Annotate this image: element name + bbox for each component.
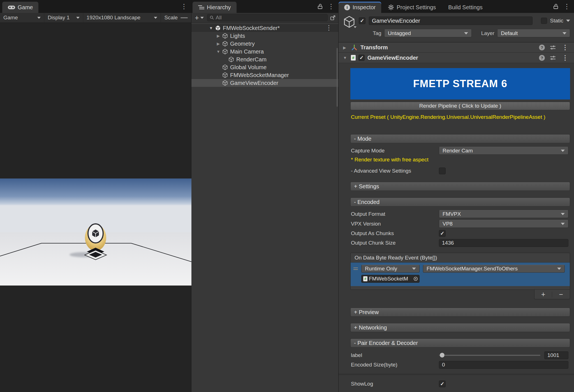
gameviewencoder-component-header[interactable]: ▼ # ✓ GameViewEncoder ? ⋮: [339, 53, 574, 63]
game-toolbar: Game Display 1 1920x1080 Landscape Scale: [0, 13, 191, 23]
event-target-object-field[interactable]: # FMWebSocketM: [361, 275, 420, 283]
vpx-version-row: VPX Version VP8: [339, 220, 574, 228]
event-function-dropdown[interactable]: FMWebSocketManager.SendToOthers: [423, 265, 565, 273]
on-data-byte-ready-event-box: On Data Byte Ready Event (Byte[]) Runtim…: [350, 253, 570, 290]
hierarchy-item-fmwebsocketmanager[interactable]: FMWebSocketManager: [191, 71, 338, 79]
hierarchy-item-main-camera[interactable]: ▼ Main Camera: [191, 48, 338, 55]
output-chunk-size-row: Output Chunk Size 1436: [339, 239, 574, 247]
remove-event-button[interactable]: −: [559, 290, 563, 298]
game-view-panel: Game ⋮ Game Display 1 1920x1080 Landscap…: [0, 0, 191, 392]
hierarchy-item-rendercam[interactable]: RenderCam: [191, 55, 338, 63]
resolution-dropdown[interactable]: 1920x1080 Landscape: [83, 13, 161, 22]
section-preview-label: + Preview: [354, 309, 379, 316]
chevron-down-icon: [561, 150, 565, 152]
info-icon: i: [344, 4, 350, 10]
foldout-closed-icon[interactable]: ▶: [215, 34, 222, 38]
render-pipeline-update-button[interactable]: Render Pipeline ( Click to Update ): [350, 102, 570, 110]
hierarchy-item-label: Lights: [230, 33, 245, 39]
popout-icon[interactable]: [330, 15, 336, 21]
capture-mode-dropdown[interactable]: Render Cam: [439, 147, 568, 155]
help-icon[interactable]: ?: [539, 55, 545, 61]
object-picker-icon[interactable]: [413, 276, 418, 281]
encoded-size-field[interactable]: 0: [439, 361, 568, 369]
showlog-checkbox[interactable]: ✓: [439, 381, 446, 387]
tab-hierarchy[interactable]: Hierarchy: [193, 2, 237, 13]
encoded-size-row: Encoded Size(byte) 0: [339, 361, 574, 369]
layer-dropdown[interactable]: Default: [497, 29, 570, 37]
active-checkbox[interactable]: ✓: [359, 17, 365, 24]
static-flags-dropdown-icon[interactable]: [566, 20, 570, 22]
game-target-label: Game: [3, 15, 34, 21]
section-encoded[interactable]: - Encoded: [350, 198, 570, 207]
lock-icon[interactable]: [553, 3, 559, 10]
scene-menu-icon[interactable]: ⋮: [325, 25, 333, 31]
component-enabled-checkbox[interactable]: ✓: [358, 55, 365, 61]
tab-build-settings[interactable]: Build Settings: [443, 2, 488, 13]
inspector-menu-icon[interactable]: ⋮: [563, 3, 571, 10]
drag-handle-icon[interactable]: [353, 268, 358, 270]
search-icon: [210, 15, 214, 20]
event-header-label: On Data Byte Ready Event (Byte[]): [355, 255, 437, 261]
game-target-dropdown[interactable]: Game: [0, 13, 44, 22]
foldout-closed-icon[interactable]: ▶: [215, 41, 222, 46]
output-as-chunks-checkbox[interactable]: ✓: [439, 230, 446, 237]
foldout-open-icon[interactable]: ▼: [343, 55, 348, 60]
tag-label: Tag: [373, 30, 381, 36]
chevron-down-icon: [412, 268, 416, 270]
section-settings[interactable]: + Settings: [350, 182, 570, 191]
gameobject-icon[interactable]: [343, 16, 355, 28]
event-mode-value: Runtime Only: [365, 266, 410, 272]
tag-value: Untagged: [388, 30, 462, 36]
event-mode-dropdown[interactable]: Runtime Only: [361, 265, 420, 273]
section-mode[interactable]: - Mode: [350, 134, 570, 143]
label-slider[interactable]: [439, 355, 540, 356]
create-object-button[interactable]: +: [194, 14, 205, 22]
gameobject-name-field[interactable]: GameViewEncoder: [369, 17, 533, 25]
hierarchy-item-geometry[interactable]: ▶ Geometry: [191, 40, 338, 48]
transform-component-header[interactable]: ▶ Transform ?: [339, 42, 574, 53]
hierarchy-item-lights[interactable]: ▶ Lights: [191, 32, 338, 40]
section-pair-encoder-decoder[interactable]: - Pair Encoder & Decoder: [350, 338, 570, 347]
section-networking-label: + Networking: [354, 324, 387, 331]
static-checkbox[interactable]: [541, 18, 547, 24]
section-preview[interactable]: + Preview: [350, 308, 570, 317]
presets-icon[interactable]: [550, 45, 556, 50]
script-icon: #: [363, 276, 367, 281]
vpx-version-dropdown[interactable]: VP8: [439, 220, 568, 228]
event-target-value: FMWebSocketM: [369, 276, 412, 282]
hierarchy-scene-row[interactable]: ▼ FMWebSocketSender* ⋮: [191, 24, 338, 32]
add-event-button[interactable]: +: [541, 290, 545, 298]
display-dropdown[interactable]: Display 1: [44, 13, 83, 22]
foldout-open-icon[interactable]: ▼: [208, 26, 214, 30]
output-format-dropdown[interactable]: FMVPX: [439, 210, 568, 218]
section-networking[interactable]: + Networking: [350, 323, 570, 332]
hierarchy-menu-icon[interactable]: ⋮: [327, 3, 335, 10]
inspector-body: ✓ GameViewEncoder Static Tag Untagged: [339, 13, 574, 392]
hierarchy-scrollbar[interactable]: [337, 48, 338, 107]
component-menu-icon[interactable]: ⋮: [561, 44, 570, 51]
tab-game[interactable]: Game: [2, 2, 38, 13]
component-menu-icon[interactable]: ⋮: [561, 55, 570, 61]
section-divider: [339, 374, 574, 375]
hierarchy-item-global-volume[interactable]: Global Volume: [191, 63, 338, 71]
gameobject-cube-icon: [222, 49, 228, 54]
event-entry-selected[interactable]: Runtime Only FMWebSocketManager.SendToOt…: [351, 263, 570, 286]
tab-project-settings[interactable]: Project Settings: [382, 2, 441, 13]
label-value-field[interactable]: 1001: [544, 351, 568, 359]
help-icon[interactable]: ?: [539, 45, 545, 50]
tab-inspector[interactable]: i Inspector: [339, 2, 381, 13]
advanced-view-settings-checkbox[interactable]: [439, 168, 446, 174]
presets-icon[interactable]: [550, 55, 556, 61]
lock-icon[interactable]: [317, 3, 323, 10]
game-panel-menu-icon[interactable]: ⋮: [180, 3, 188, 10]
chevron-down-icon: [154, 17, 157, 19]
hierarchy-search-input[interactable]: All: [207, 14, 328, 21]
foldout-closed-icon[interactable]: ▶: [343, 45, 348, 50]
hierarchy-item-gameviewencoder[interactable]: GameViewEncoder: [191, 79, 338, 87]
tag-dropdown[interactable]: Untagged: [384, 29, 472, 37]
output-chunk-size-field[interactable]: 1436: [439, 239, 568, 247]
label-slider-knob[interactable]: [439, 352, 445, 358]
scale-slider[interactable]: Scale: [161, 13, 191, 22]
foldout-open-icon[interactable]: ▼: [215, 49, 222, 54]
scale-slider-track[interactable]: [180, 17, 188, 18]
